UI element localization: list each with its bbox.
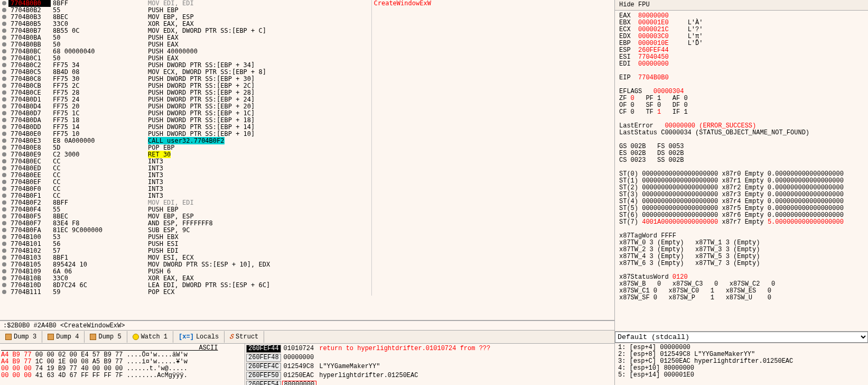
breakpoint-dot-icon[interactable] (2, 139, 6, 143)
disasm-row[interactable]: 7704B0DDFF75 14PUSH DWORD PTR SS:[EBP + … (0, 124, 614, 131)
breakpoint-dot-icon[interactable] (2, 70, 6, 74)
breakpoint-dot-icon[interactable] (2, 118, 6, 122)
disasm-row[interactable]: 7704B0B38BECMOV EBP, ESP (0, 14, 614, 21)
disasm-row[interactable]: 7704B0EFCCINT3 (0, 179, 614, 186)
breakpoint-dot-icon[interactable] (2, 187, 6, 191)
disasm-row[interactable]: 7704B0F0CCINT3 (0, 186, 614, 192)
breakpoint-dot-icon[interactable] (2, 228, 6, 232)
disasm-row[interactable]: 7704B11159POP ECX (0, 289, 614, 296)
disasm-row[interactable]: 7704B0C8FF75 30PUSH DWORD PTR SS:[EBP + … (0, 76, 614, 82)
breakpoint-dot-icon[interactable] (2, 269, 6, 273)
tab-watch-1[interactable]: Watch 1 (127, 331, 173, 343)
disasm-row[interactable]: 7704B0DAFF75 18PUSH DWORD PTR SS:[EBP + … (0, 117, 614, 124)
tab-locals[interactable]: [x=]Locals (173, 331, 225, 343)
breakpoint-dot-icon[interactable] (2, 8, 6, 12)
disasm-row[interactable]: 7704B0E9C2 3000RET 30 (0, 151, 614, 158)
breakpoint-dot-icon[interactable] (2, 242, 6, 246)
disasm-row[interactable]: 7704B0B255PUSH EBP (0, 7, 614, 14)
breakpoint-dot-icon[interactable] (2, 15, 6, 19)
breakpoint-dot-icon[interactable] (2, 56, 6, 60)
breakpoint-dot-icon[interactable] (2, 194, 6, 198)
disasm-row[interactable]: 7704B0B08BFFMOV EDI, EDICreateWindowExW (0, 0, 614, 7)
disasm-row[interactable]: 7704B10B33C0XOR EAX, EAX (0, 275, 614, 282)
breakpoint-dot-icon[interactable] (2, 1, 6, 5)
breakpoint-dot-icon[interactable] (2, 132, 6, 136)
breakpoint-dot-icon[interactable] (2, 97, 6, 102)
disasm-row[interactable]: 7704B0F455PUSH EBP (0, 206, 614, 213)
breakpoint-dot-icon[interactable] (2, 125, 6, 129)
disasm-row[interactable]: 7704B0C2FF75 34PUSH DWORD PTR SS:[EBP + … (0, 62, 614, 69)
breakpoint-dot-icon[interactable] (2, 84, 6, 88)
breakpoint-dot-icon[interactable] (2, 221, 6, 225)
disasm-row[interactable]: 7704B0BC68 00000040PUSH 40000000 (0, 48, 614, 55)
disasm-row[interactable]: 7704B0D4FF75 20PUSH DWORD PTR SS:[EBP + … (0, 103, 614, 110)
breakpoint-dot-icon[interactable] (2, 29, 6, 33)
disassembly-view[interactable]: 7704B0B08BFFMOV EDI, EDICreateWindowExW7… (0, 0, 614, 320)
breakpoint-dot-icon[interactable] (2, 90, 6, 95)
disasm-row[interactable]: 7704B0BA50PUSH EAX (0, 34, 614, 41)
breakpoint-dot-icon[interactable] (2, 22, 6, 26)
hide-fpu-toggle[interactable]: Hide FPU (615, 0, 868, 11)
disasm-row[interactable]: 7704B0C58B4D 08MOV ECX, DWORD PTR SS:[EB… (0, 69, 614, 76)
disasm-row[interactable]: 7704B0E3E8 0A000000CALL user32.7704B0F2 (0, 138, 614, 144)
disasm-row[interactable]: 7704B0E85DPOP EBP (0, 144, 614, 151)
breakpoint-dot-icon[interactable] (2, 276, 6, 280)
breakpoint-dot-icon[interactable] (2, 290, 6, 294)
breakpoint-dot-icon[interactable] (2, 77, 6, 81)
breakpoint-dot-icon[interactable] (2, 104, 6, 108)
disasm-row[interactable]: 7704B105895424 10MOV DWORD PTR SS:[ESP +… (0, 261, 614, 268)
disasm-row[interactable]: 7704B0CEFF75 28PUSH DWORD PTR SS:[EBP + … (0, 89, 614, 96)
disasm-row[interactable]: 7704B10D8D7C24 6CLEA EDI, DWORD PTR SS:[… (0, 282, 614, 289)
registers-view[interactable]: EAX 80000000 EBX 000001E0 L'À' ECX 00000… (615, 11, 868, 331)
disasm-row[interactable]: 7704B0B533C0XOR EAX, EAX (0, 21, 614, 28)
disasm-row[interactable]: 7704B1096A 06PUSH 6 (0, 268, 614, 275)
breakpoint-dot-icon[interactable] (2, 35, 6, 40)
breakpoint-dot-icon[interactable] (2, 49, 6, 53)
breakpoint-dot-icon[interactable] (2, 255, 6, 260)
disasm-row[interactable]: 7704B0C150PUSH EAX (0, 55, 614, 62)
breakpoint-dot-icon[interactable] (2, 63, 6, 67)
tab-dump-3[interactable]: Dump 3 (0, 331, 42, 343)
stack-view[interactable]: 260FEF4401010724return to hyperlightdrif… (245, 344, 614, 385)
stack-row[interactable]: 260FEF4C012549C8L"YYGameMakerYY" (246, 363, 492, 371)
calling-convention-select[interactable]: Default (stdcall) (615, 331, 868, 343)
disasm-row[interactable]: 7704B0ECCCINT3 (0, 158, 614, 165)
disasm-row[interactable]: 7704B0F1CCINT3 (0, 192, 614, 199)
disasm-row[interactable]: 7704B0F28BFFMOV EDI, EDI (0, 199, 614, 206)
tab-dump-5[interactable]: Dump 5 (85, 331, 127, 343)
breakpoint-dot-icon[interactable] (2, 111, 6, 115)
breakpoint-dot-icon[interactable] (2, 214, 6, 218)
breakpoint-dot-icon[interactable] (2, 152, 6, 157)
breakpoint-dot-icon[interactable] (2, 42, 6, 47)
disasm-row[interactable]: 7704B10257PUSH EDI (0, 248, 614, 254)
stack-row[interactable]: 260FEF5001250EAChyperlightdrifter.01250E… (246, 372, 492, 380)
disasm-row[interactable]: 7704B0F58BECMOV EBP, ESP (0, 213, 614, 220)
tab-struct[interactable]: 𝓢Struct (225, 331, 264, 343)
stack-row[interactable]: 260FEF5480000000 (246, 381, 492, 385)
disasm-row[interactable]: 7704B0B78B55 0CMOV EDX, DWORD PTR SS:[EB… (0, 28, 614, 34)
disasm-row[interactable]: 7704B10053PUSH EBX (0, 234, 614, 241)
breakpoint-dot-icon[interactable] (2, 173, 6, 177)
disasm-row[interactable]: 7704B10156PUSH ESI (0, 241, 614, 248)
breakpoint-dot-icon[interactable] (2, 249, 6, 253)
breakpoint-dot-icon[interactable] (2, 207, 6, 212)
breakpoint-dot-icon[interactable] (2, 159, 6, 163)
disasm-row[interactable]: 7704B0D1FF75 24PUSH DWORD PTR SS:[EBP + … (0, 96, 614, 103)
tab-dump-4[interactable]: Dump 4 (42, 331, 85, 343)
breakpoint-dot-icon[interactable] (2, 283, 6, 287)
breakpoint-dot-icon[interactable] (2, 180, 6, 184)
disasm-row[interactable]: 7704B0EDCCINT3 (0, 165, 614, 172)
breakpoint-dot-icon[interactable] (2, 235, 6, 239)
hex-dump[interactable]: ASCII A4 B9 77 00 00 02 00 E4 57 B9 77 .… (0, 344, 219, 385)
disasm-row[interactable]: 7704B0EECCINT3 (0, 172, 614, 179)
breakpoint-dot-icon[interactable] (2, 145, 6, 150)
disasm-row[interactable]: 7704B0FA81EC 9C000000SUB ESP, 9C (0, 227, 614, 234)
disasm-row[interactable]: 7704B1038BF1MOV ESI, ECX (0, 254, 614, 261)
breakpoint-dot-icon[interactable] (2, 262, 6, 267)
stack-row[interactable]: 260FEF4401010724return to hyperlightdrif… (246, 345, 492, 353)
breakpoint-dot-icon[interactable] (2, 200, 6, 205)
disasm-row[interactable]: 7704B0CBFF75 2CPUSH DWORD PTR SS:[EBP + … (0, 82, 614, 89)
disasm-row[interactable]: 7704B0D7FF75 1CPUSH DWORD PTR SS:[EBP + … (0, 110, 614, 117)
stack-row[interactable]: 260FEF4800000000 (246, 354, 492, 362)
breakpoint-dot-icon[interactable] (2, 166, 6, 170)
